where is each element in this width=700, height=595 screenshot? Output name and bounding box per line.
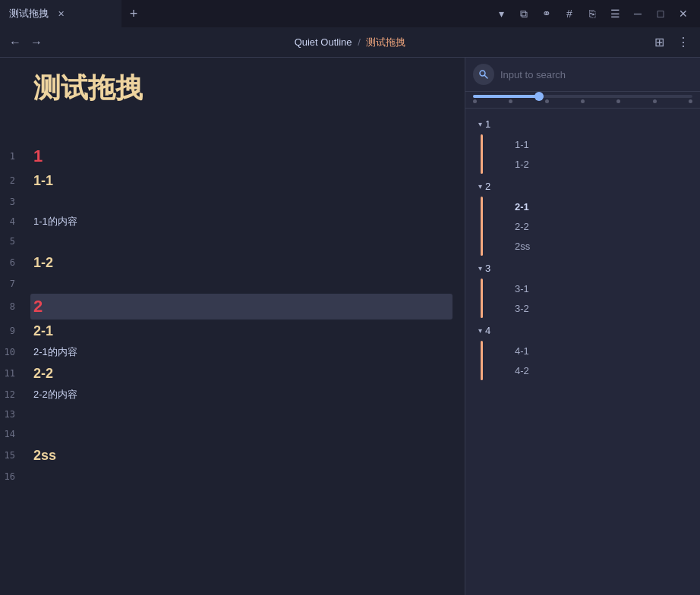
editor-line[interactable]: 2-1: [30, 320, 452, 342]
outline-sub-container: 4-14-2: [465, 341, 700, 380]
slider-dot: [545, 99, 549, 103]
outline-sub-item[interactable]: 4-1: [490, 341, 697, 360]
layout-btn[interactable]: ⧉: [513, 3, 534, 24]
outline-sub-item[interactable]: 2ss: [490, 236, 697, 256]
new-tab-button[interactable]: +: [121, 2, 146, 26]
forward-button[interactable]: →: [27, 33, 46, 52]
maximize-btn[interactable]: □: [650, 3, 671, 24]
more-options-btn[interactable]: ⋮: [673, 32, 694, 53]
slider-dots: [473, 99, 692, 103]
nav-arrows: ← →: [6, 33, 46, 52]
slider-dot: [473, 99, 477, 103]
outline-tree: ▾11-11-2▾22-12-22ss▾33-13-2▾44-14-2: [465, 109, 700, 595]
line-number: 15: [0, 444, 21, 467]
menu-btn[interactable]: ☰: [604, 3, 626, 24]
outline-sub-container: 2-12-22ss: [465, 197, 700, 256]
outline-sub-container: 3-13-2: [465, 279, 700, 318]
outline-children: 1-11-2: [487, 134, 700, 174]
slider-dot: [616, 99, 620, 103]
editor-line[interactable]: 2: [30, 294, 452, 320]
close-btn[interactable]: ✕: [673, 3, 694, 24]
outline-h1-item[interactable]: ▾1: [468, 113, 697, 134]
line-numbers: 12345678910111213141516: [0, 143, 30, 486]
outline-h1-label: 3: [485, 263, 490, 274]
editor-line[interactable]: 1-1的内容: [30, 212, 452, 231]
line-number: 11: [0, 362, 21, 385]
outline-sub-item[interactable]: 1-2: [490, 154, 697, 174]
outline-sub-item[interactable]: 1-1: [490, 134, 697, 154]
breadcrumb-separator: /: [358, 36, 363, 48]
search-input[interactable]: [500, 69, 692, 80]
outline-h1-item[interactable]: ▾3: [468, 257, 697, 279]
doc-title: 测试拖拽: [0, 58, 465, 125]
editor-line[interactable]: 1-1: [30, 169, 452, 192]
outline-sub-item[interactable]: 3-1: [490, 279, 697, 298]
line-number: 12: [0, 385, 21, 405]
editor-line[interactable]: [30, 274, 452, 294]
outline-h1-label: 2: [485, 181, 490, 192]
minimize-btn[interactable]: ─: [627, 3, 648, 24]
breadcrumb-current: 测试拖拽: [366, 36, 405, 48]
tab-title: 测试拖拽: [9, 7, 49, 20]
back-button[interactable]: ←: [6, 33, 24, 52]
line-number: 10: [0, 342, 21, 362]
chevron-down-icon: ▾: [475, 181, 485, 191]
line-number: 1: [0, 143, 21, 169]
editor-line[interactable]: 2-2的内容: [30, 385, 452, 405]
outline-sub-container: 1-11-2: [465, 134, 700, 174]
split-view-btn[interactable]: ⊞: [648, 32, 670, 53]
svg-line-1: [485, 76, 488, 79]
line-number: 14: [0, 424, 21, 444]
editor-line[interactable]: 2ss: [30, 444, 452, 467]
line-number: 8: [0, 294, 21, 320]
editor-line[interactable]: [30, 424, 452, 444]
hash-btn[interactable]: #: [559, 3, 580, 24]
outline-bar: [481, 279, 483, 318]
editor-line[interactable]: [30, 192, 452, 212]
svg-point-0: [480, 71, 485, 76]
line-number: 3: [0, 192, 21, 212]
slider-area: [465, 92, 700, 109]
line-number: 6: [0, 251, 21, 274]
outline-sub-item[interactable]: 3-2: [490, 298, 697, 318]
outline-h1-item[interactable]: ▾4: [468, 320, 697, 341]
nav-bar: ← → Quiet Outline / 测试拖拽 ⊞ ⋮: [0, 27, 700, 58]
editor-line[interactable]: 1-2: [30, 251, 452, 274]
outline-sub-item[interactable]: 2-2: [490, 216, 697, 236]
editor-line[interactable]: 2-2: [30, 362, 452, 385]
slider-dot: [581, 99, 585, 103]
slider-fill: [473, 95, 539, 98]
editor-line[interactable]: 1: [30, 143, 452, 169]
editor-line[interactable]: [30, 467, 452, 486]
outline-h1-label: 1: [485, 118, 490, 130]
tab-area: 测试拖拽 ✕ +: [0, 0, 490, 27]
editor[interactable]: 测试拖拽 12345678910111213141516 11-11-1的内容1…: [0, 58, 465, 595]
chevron-down-icon: ▾: [475, 325, 485, 335]
line-number: 16: [0, 467, 21, 486]
slider-dot: [653, 99, 657, 103]
main-area: 测试拖拽 12345678910111213141516 11-11-1的内容1…: [0, 58, 700, 595]
slider-thumb[interactable]: [534, 92, 544, 101]
dropdown-btn[interactable]: ▾: [490, 3, 512, 24]
editor-content: 12345678910111213141516 11-11-1的内容1-222-…: [0, 125, 465, 505]
editor-line[interactable]: [30, 231, 452, 251]
slider-track: [473, 95, 692, 98]
editor-line[interactable]: [30, 405, 452, 424]
outline-h1-item[interactable]: ▾2: [468, 175, 697, 197]
line-number: 9: [0, 320, 21, 342]
editor-line[interactable]: 2-1的内容: [30, 342, 452, 362]
breadcrumb: Quiet Outline / 测试拖拽: [52, 36, 648, 49]
link-btn[interactable]: ⚭: [536, 3, 557, 24]
title-bar: 测试拖拽 ✕ + ▾ ⧉ ⚭ # ⎘ ☰ ─ □ ✕: [0, 0, 700, 27]
outline-bar: [481, 341, 483, 380]
copy-btn[interactable]: ⎘: [582, 3, 603, 24]
breadcrumb-root[interactable]: Quiet Outline: [295, 36, 352, 48]
sidebar: ▾11-11-2▾22-12-22ss▾33-13-2▾44-14-2: [465, 58, 700, 595]
outline-section: ▾22-12-22ss: [465, 175, 700, 256]
outline-sub-item[interactable]: 4-2: [490, 360, 697, 380]
active-tab[interactable]: 测试拖拽 ✕: [0, 0, 121, 27]
outline-sub-item[interactable]: 2-1: [490, 197, 697, 216]
tab-close-button[interactable]: ✕: [55, 8, 67, 20]
nav-actions: ⊞ ⋮: [648, 32, 694, 53]
outline-bar: [481, 134, 483, 174]
